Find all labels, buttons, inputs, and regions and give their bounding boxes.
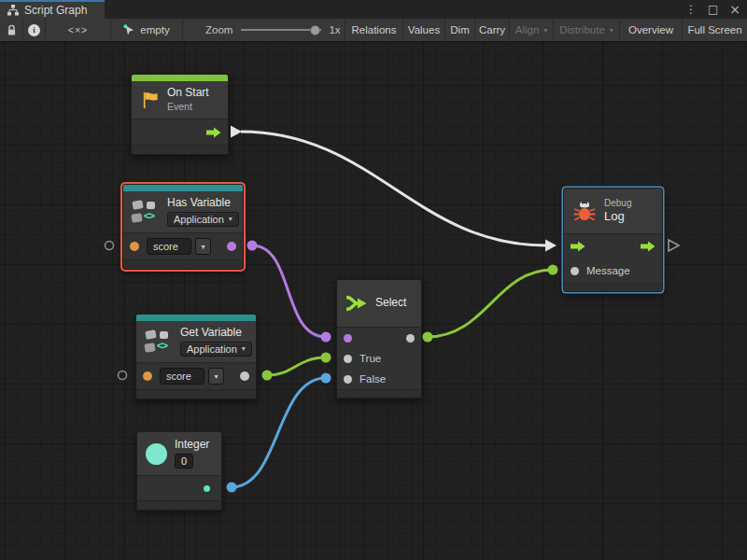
lock-icon xyxy=(7,24,17,36)
node-get-variable[interactable]: <> Get Variable Application ▾ score ▾ xyxy=(135,314,257,399)
select-merge-icon xyxy=(345,294,368,313)
variable-name-field: score ▾ xyxy=(147,238,211,255)
node-has-variable[interactable]: <> Has Variable Application ▾ score ▾ xyxy=(122,184,244,270)
variable-name-input-port[interactable] xyxy=(130,242,139,251)
node-title: Select xyxy=(375,297,406,310)
tab-script-graph[interactable]: Script Graph xyxy=(0,0,105,19)
zoom-label: Zoom xyxy=(205,24,233,35)
node-header: On Start Event xyxy=(132,81,228,119)
control-output-port[interactable] xyxy=(206,127,221,138)
node-header: Debug Log xyxy=(564,189,662,233)
node-title: Has Variable xyxy=(167,197,239,210)
value-port-row xyxy=(137,476,221,500)
integer-output-port[interactable] xyxy=(204,485,210,492)
value-port-row: score ▾ xyxy=(123,233,243,259)
selector-port-row xyxy=(337,328,421,348)
variable-name-input[interactable]: score xyxy=(160,368,204,385)
distribute-dropdown-button[interactable]: Distribute ▾ xyxy=(554,19,620,41)
chevron-down-icon: ▾ xyxy=(543,26,547,35)
message-input-port[interactable] xyxy=(571,267,579,275)
window-menu-icon[interactable]: ⋮ xyxy=(685,4,697,15)
graph-pointer-breadcrumb[interactable]: empty xyxy=(111,19,183,41)
window-close-icon[interactable]: × xyxy=(729,3,740,16)
tab-label: Script Graph xyxy=(24,4,87,17)
node-color-cap xyxy=(123,185,243,191)
condition-input-port[interactable] xyxy=(344,334,352,343)
lock-button[interactable] xyxy=(0,19,23,41)
result-output-port[interactable] xyxy=(406,334,415,343)
true-input-port[interactable] xyxy=(344,355,352,363)
code-brackets-icon: <×> xyxy=(68,24,88,35)
control-port-row xyxy=(564,234,662,259)
variable-name-dropdown-button[interactable]: ▾ xyxy=(195,238,211,255)
control-output-port[interactable] xyxy=(641,241,655,252)
node-title: Integer xyxy=(175,439,209,452)
false-port-row: False xyxy=(337,369,421,389)
chevron-down-icon: ▾ xyxy=(201,243,204,251)
node-header: Integer 0 xyxy=(137,432,221,475)
align-dropdown-button[interactable]: Align ▾ xyxy=(510,19,554,41)
node-color-cap xyxy=(136,315,256,321)
values-button[interactable]: Values xyxy=(403,19,445,41)
node-subtitle: Event xyxy=(167,102,209,113)
node-title: Log xyxy=(604,210,631,224)
zoom-slider-handle[interactable] xyxy=(310,25,320,35)
graph-hierarchy-icon xyxy=(7,5,19,16)
window-controls: ⋮ □ × xyxy=(685,0,740,19)
node-title: Get Variable xyxy=(180,327,252,340)
value-port-row: score ▾ xyxy=(136,363,256,389)
graph-pointer-label: empty xyxy=(140,24,169,35)
control-port-row xyxy=(132,119,228,145)
chevron-down-icon: ▾ xyxy=(610,26,613,35)
variable-name-dropdown-button[interactable]: ▾ xyxy=(208,368,224,385)
node-integer[interactable]: Integer 0 xyxy=(136,431,222,511)
zoom-value: 1x xyxy=(329,24,340,35)
boolean-output-port[interactable] xyxy=(227,242,236,251)
variable-name-input[interactable]: score xyxy=(147,238,191,255)
overview-button[interactable]: Overview xyxy=(620,19,683,41)
node-select[interactable]: Select True False xyxy=(336,279,422,399)
node-header: <> Get Variable Application ▾ xyxy=(136,321,256,362)
code-view-button[interactable]: <×> xyxy=(46,19,111,41)
inspect-button[interactable]: i xyxy=(23,19,46,41)
variables-icon: <> xyxy=(145,330,173,354)
node-header: <> Has Variable Application ▾ xyxy=(123,191,243,232)
zoom-slider[interactable] xyxy=(241,29,321,31)
message-port-row: Message xyxy=(564,259,662,283)
fullscreen-button[interactable]: Full Screen xyxy=(683,19,747,41)
integer-value-input[interactable]: 0 xyxy=(175,454,193,469)
node-header: Select xyxy=(337,280,421,327)
node-color-cap xyxy=(132,75,228,81)
graph-toolbar: i <×> empty Zoom 1x Relations Values Dim… xyxy=(0,19,747,42)
control-input-port[interactable] xyxy=(571,241,585,252)
window-maximize-icon[interactable]: □ xyxy=(708,4,718,15)
chevron-down-icon: ▾ xyxy=(214,372,218,381)
message-port-label: Message xyxy=(586,265,630,276)
node-debug-log[interactable]: Debug Log Message xyxy=(563,188,663,292)
tab-bar: Script Graph ⋮ □ × xyxy=(0,0,747,19)
chevron-down-icon: ▾ xyxy=(229,215,233,223)
carry-button[interactable]: Carry xyxy=(475,19,510,41)
graph-pointer-icon xyxy=(123,24,135,36)
true-port-row: True xyxy=(337,348,421,369)
flag-icon xyxy=(140,91,160,110)
node-title: On Start xyxy=(167,87,209,100)
value-output-port[interactable] xyxy=(240,371,249,381)
variable-name-input-port[interactable] xyxy=(143,371,152,381)
variable-name-field: score ▾ xyxy=(160,368,224,385)
relations-button[interactable]: Relations xyxy=(345,19,403,41)
true-port-label: True xyxy=(359,353,381,364)
variables-icon: <> xyxy=(132,201,160,224)
variable-scope-dropdown[interactable]: Application ▾ xyxy=(167,212,239,227)
node-category: Debug xyxy=(604,198,631,208)
integer-literal-icon xyxy=(146,443,167,465)
variable-scope-dropdown[interactable]: Application ▾ xyxy=(180,342,252,357)
debug-bug-icon xyxy=(572,200,597,222)
chevron-down-icon: ▾ xyxy=(242,344,246,353)
info-icon: i xyxy=(28,24,40,36)
false-input-port[interactable] xyxy=(344,375,352,384)
node-on-start[interactable]: On Start Event xyxy=(131,74,229,155)
zoom-control: Zoom 1x xyxy=(183,19,345,41)
dim-button[interactable]: Dim xyxy=(445,19,475,41)
false-port-label: False xyxy=(359,373,386,385)
